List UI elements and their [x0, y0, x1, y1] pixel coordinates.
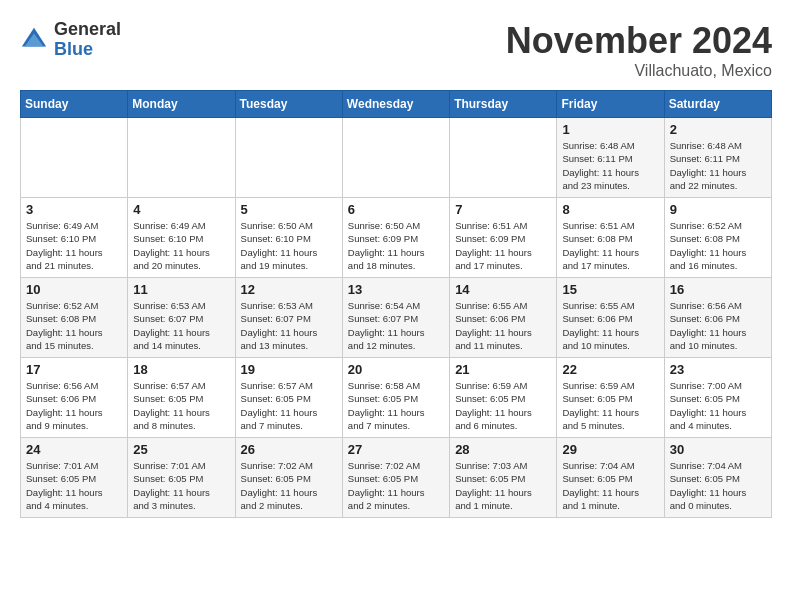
day-number: 28 [455, 442, 551, 457]
day-info: Sunrise: 6:57 AM Sunset: 6:05 PM Dayligh… [241, 379, 337, 432]
day-number: 9 [670, 202, 766, 217]
calendar-cell: 15Sunrise: 6:55 AM Sunset: 6:06 PM Dayli… [557, 278, 664, 358]
day-info: Sunrise: 7:00 AM Sunset: 6:05 PM Dayligh… [670, 379, 766, 432]
calendar-row: 17Sunrise: 6:56 AM Sunset: 6:06 PM Dayli… [21, 358, 772, 438]
weekday-header: Thursday [450, 91, 557, 118]
weekday-header: Sunday [21, 91, 128, 118]
calendar-cell: 7Sunrise: 6:51 AM Sunset: 6:09 PM Daylig… [450, 198, 557, 278]
day-number: 23 [670, 362, 766, 377]
day-info: Sunrise: 6:49 AM Sunset: 6:10 PM Dayligh… [26, 219, 122, 272]
day-info: Sunrise: 7:01 AM Sunset: 6:05 PM Dayligh… [133, 459, 229, 512]
weekday-header: Monday [128, 91, 235, 118]
calendar-cell: 14Sunrise: 6:55 AM Sunset: 6:06 PM Dayli… [450, 278, 557, 358]
day-number: 6 [348, 202, 444, 217]
calendar-cell: 9Sunrise: 6:52 AM Sunset: 6:08 PM Daylig… [664, 198, 771, 278]
calendar-cell [342, 118, 449, 198]
day-number: 29 [562, 442, 658, 457]
calendar-cell: 23Sunrise: 7:00 AM Sunset: 6:05 PM Dayli… [664, 358, 771, 438]
calendar-cell [450, 118, 557, 198]
calendar-cell: 5Sunrise: 6:50 AM Sunset: 6:10 PM Daylig… [235, 198, 342, 278]
day-info: Sunrise: 6:53 AM Sunset: 6:07 PM Dayligh… [133, 299, 229, 352]
location: Villachuato, Mexico [506, 62, 772, 80]
day-number: 24 [26, 442, 122, 457]
day-info: Sunrise: 6:59 AM Sunset: 6:05 PM Dayligh… [455, 379, 551, 432]
day-number: 16 [670, 282, 766, 297]
day-number: 26 [241, 442, 337, 457]
calendar-cell: 18Sunrise: 6:57 AM Sunset: 6:05 PM Dayli… [128, 358, 235, 438]
calendar-cell: 21Sunrise: 6:59 AM Sunset: 6:05 PM Dayli… [450, 358, 557, 438]
calendar-cell: 6Sunrise: 6:50 AM Sunset: 6:09 PM Daylig… [342, 198, 449, 278]
day-info: Sunrise: 6:57 AM Sunset: 6:05 PM Dayligh… [133, 379, 229, 432]
day-number: 30 [670, 442, 766, 457]
day-number: 4 [133, 202, 229, 217]
page-header: General Blue November 2024 Villachuato, … [20, 20, 772, 80]
day-info: Sunrise: 7:01 AM Sunset: 6:05 PM Dayligh… [26, 459, 122, 512]
day-number: 25 [133, 442, 229, 457]
title-block: November 2024 Villachuato, Mexico [506, 20, 772, 80]
calendar-cell: 28Sunrise: 7:03 AM Sunset: 6:05 PM Dayli… [450, 438, 557, 518]
day-number: 17 [26, 362, 122, 377]
day-number: 15 [562, 282, 658, 297]
logo-text: General Blue [54, 20, 121, 60]
day-info: Sunrise: 6:55 AM Sunset: 6:06 PM Dayligh… [562, 299, 658, 352]
month-title: November 2024 [506, 20, 772, 62]
calendar-cell: 12Sunrise: 6:53 AM Sunset: 6:07 PM Dayli… [235, 278, 342, 358]
day-number: 21 [455, 362, 551, 377]
day-number: 14 [455, 282, 551, 297]
calendar-cell: 26Sunrise: 7:02 AM Sunset: 6:05 PM Dayli… [235, 438, 342, 518]
calendar-header-row: SundayMondayTuesdayWednesdayThursdayFrid… [21, 91, 772, 118]
day-info: Sunrise: 6:52 AM Sunset: 6:08 PM Dayligh… [670, 219, 766, 272]
calendar-cell: 17Sunrise: 6:56 AM Sunset: 6:06 PM Dayli… [21, 358, 128, 438]
calendar-cell: 2Sunrise: 6:48 AM Sunset: 6:11 PM Daylig… [664, 118, 771, 198]
day-number: 20 [348, 362, 444, 377]
day-info: Sunrise: 6:59 AM Sunset: 6:05 PM Dayligh… [562, 379, 658, 432]
day-info: Sunrise: 6:50 AM Sunset: 6:10 PM Dayligh… [241, 219, 337, 272]
calendar-cell: 24Sunrise: 7:01 AM Sunset: 6:05 PM Dayli… [21, 438, 128, 518]
calendar-row: 24Sunrise: 7:01 AM Sunset: 6:05 PM Dayli… [21, 438, 772, 518]
day-info: Sunrise: 6:51 AM Sunset: 6:09 PM Dayligh… [455, 219, 551, 272]
day-info: Sunrise: 6:49 AM Sunset: 6:10 PM Dayligh… [133, 219, 229, 272]
calendar-cell: 11Sunrise: 6:53 AM Sunset: 6:07 PM Dayli… [128, 278, 235, 358]
day-info: Sunrise: 6:56 AM Sunset: 6:06 PM Dayligh… [670, 299, 766, 352]
day-info: Sunrise: 6:56 AM Sunset: 6:06 PM Dayligh… [26, 379, 122, 432]
weekday-header: Saturday [664, 91, 771, 118]
calendar-cell: 20Sunrise: 6:58 AM Sunset: 6:05 PM Dayli… [342, 358, 449, 438]
calendar-cell: 29Sunrise: 7:04 AM Sunset: 6:05 PM Dayli… [557, 438, 664, 518]
day-number: 10 [26, 282, 122, 297]
calendar-cell: 30Sunrise: 7:04 AM Sunset: 6:05 PM Dayli… [664, 438, 771, 518]
day-number: 1 [562, 122, 658, 137]
calendar-cell: 25Sunrise: 7:01 AM Sunset: 6:05 PM Dayli… [128, 438, 235, 518]
day-info: Sunrise: 7:02 AM Sunset: 6:05 PM Dayligh… [241, 459, 337, 512]
day-info: Sunrise: 6:48 AM Sunset: 6:11 PM Dayligh… [670, 139, 766, 192]
day-info: Sunrise: 6:52 AM Sunset: 6:08 PM Dayligh… [26, 299, 122, 352]
day-number: 11 [133, 282, 229, 297]
logo-blue: Blue [54, 40, 121, 60]
day-info: Sunrise: 6:55 AM Sunset: 6:06 PM Dayligh… [455, 299, 551, 352]
calendar-cell: 13Sunrise: 6:54 AM Sunset: 6:07 PM Dayli… [342, 278, 449, 358]
day-number: 18 [133, 362, 229, 377]
calendar-cell: 3Sunrise: 6:49 AM Sunset: 6:10 PM Daylig… [21, 198, 128, 278]
day-info: Sunrise: 7:03 AM Sunset: 6:05 PM Dayligh… [455, 459, 551, 512]
day-number: 27 [348, 442, 444, 457]
day-info: Sunrise: 7:04 AM Sunset: 6:05 PM Dayligh… [670, 459, 766, 512]
day-number: 22 [562, 362, 658, 377]
weekday-header: Wednesday [342, 91, 449, 118]
day-number: 13 [348, 282, 444, 297]
calendar-cell: 16Sunrise: 6:56 AM Sunset: 6:06 PM Dayli… [664, 278, 771, 358]
logo-general: General [54, 20, 121, 40]
calendar-cell: 1Sunrise: 6:48 AM Sunset: 6:11 PM Daylig… [557, 118, 664, 198]
calendar-row: 10Sunrise: 6:52 AM Sunset: 6:08 PM Dayli… [21, 278, 772, 358]
calendar-row: 3Sunrise: 6:49 AM Sunset: 6:10 PM Daylig… [21, 198, 772, 278]
day-number: 12 [241, 282, 337, 297]
calendar-cell [235, 118, 342, 198]
calendar-cell: 19Sunrise: 6:57 AM Sunset: 6:05 PM Dayli… [235, 358, 342, 438]
day-info: Sunrise: 6:50 AM Sunset: 6:09 PM Dayligh… [348, 219, 444, 272]
day-info: Sunrise: 6:51 AM Sunset: 6:08 PM Dayligh… [562, 219, 658, 272]
day-info: Sunrise: 7:02 AM Sunset: 6:05 PM Dayligh… [348, 459, 444, 512]
day-number: 19 [241, 362, 337, 377]
calendar-cell: 8Sunrise: 6:51 AM Sunset: 6:08 PM Daylig… [557, 198, 664, 278]
calendar-cell [128, 118, 235, 198]
calendar-cell: 4Sunrise: 6:49 AM Sunset: 6:10 PM Daylig… [128, 198, 235, 278]
day-number: 8 [562, 202, 658, 217]
logo-icon [20, 26, 48, 54]
